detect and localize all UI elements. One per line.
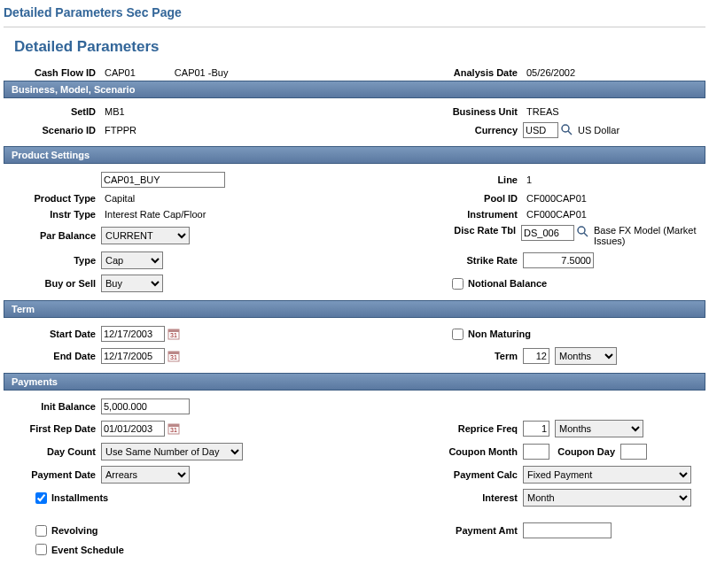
payment-calc-label: Payment Calc: [354, 469, 523, 480]
notional-balance-checkbox-wrap[interactable]: Notional Balance: [452, 278, 547, 290]
payment-calc-select[interactable]: Fixed Payment: [523, 466, 691, 484]
end-date-input[interactable]: [101, 348, 165, 364]
init-balance-input[interactable]: [101, 398, 190, 414]
first-rep-date-input[interactable]: [101, 421, 165, 437]
par-balance-select[interactable]: CURRENT: [101, 227, 190, 244]
payment-date-label: Payment Date: [4, 469, 101, 480]
event-schedule-checkbox[interactable]: [35, 544, 47, 555]
buy-sell-select[interactable]: Buy: [101, 275, 163, 292]
reprice-freq-input[interactable]: [523, 421, 549, 437]
currency-input[interactable]: [523, 122, 558, 138]
page-top-title: Detailed Parameters Sec Page: [4, 4, 705, 27]
currency-desc-value: US Dollar: [574, 125, 619, 135]
setid-value: MB1: [101, 106, 125, 117]
pool-id-label: Pool ID: [354, 193, 523, 204]
notional-balance-checkbox[interactable]: [452, 278, 464, 290]
interest-select[interactable]: Month: [523, 489, 691, 507]
coupon-day-label: Coupon Day: [549, 446, 620, 457]
svg-line-1: [568, 131, 572, 135]
disc-rate-input[interactable]: [521, 225, 574, 241]
scenario-id-value: FTPPR: [101, 125, 136, 135]
disc-rate-desc-value: Base FX Model (Market Issues): [590, 225, 705, 246]
buy-sell-label: Buy or Sell: [4, 278, 101, 289]
pool-id-value: CF000CAP01: [523, 193, 587, 204]
section-payments-title: Payments: [4, 373, 705, 391]
page-title: Detailed Parameters: [4, 35, 705, 65]
day-count-select[interactable]: Use Same Number of Day: [101, 443, 243, 460]
setid-label: SetID: [4, 106, 101, 117]
scenario-id-label: Scenario ID: [4, 125, 101, 135]
svg-text:31: 31: [170, 332, 177, 338]
start-date-input[interactable]: [101, 326, 165, 342]
installments-label: Installments: [51, 492, 108, 503]
line-label: Line: [354, 174, 523, 185]
term-unit-select[interactable]: Months: [555, 347, 617, 365]
type-select[interactable]: Cap: [101, 251, 163, 269]
line-value: 1: [523, 174, 532, 185]
business-unit-value: TREAS: [523, 106, 559, 117]
coupon-day-input[interactable]: [620, 444, 647, 460]
cash-flow-desc-value: CAP01 -Buy: [171, 67, 229, 78]
strike-rate-label: Strike Rate: [354, 255, 523, 266]
disc-rate-label: Disc Rate Tbl: [354, 225, 521, 236]
revolving-label: Revolving: [51, 525, 98, 536]
term-label: Term: [354, 351, 523, 361]
payment-date-select[interactable]: Arrears: [101, 466, 190, 484]
first-rep-date-label: First Rep Date: [4, 423, 101, 434]
analysis-date-value: 05/26/2002: [523, 67, 575, 78]
reprice-freq-unit-select[interactable]: Months: [555, 420, 643, 437]
product-code-input[interactable]: [101, 172, 225, 188]
start-date-label: Start Date: [4, 329, 101, 339]
svg-line-3: [584, 233, 588, 236]
instr-type-value: Interest Rate Cap/Floor: [101, 209, 206, 220]
svg-text:31: 31: [170, 354, 177, 360]
end-date-label: End Date: [4, 351, 101, 361]
payment-amt-label: Payment Amt: [354, 525, 523, 536]
type-label: Type: [4, 255, 101, 266]
day-count-label: Day Count: [4, 446, 101, 457]
cash-flow-id-value: CAP01: [101, 67, 136, 78]
product-type-label: Product Type: [4, 193, 101, 204]
product-type-value: Capital: [101, 193, 135, 204]
init-balance-label: Init Balance: [4, 401, 101, 412]
coupon-month-label: Coupon Month: [354, 446, 523, 457]
non-maturing-checkbox[interactable]: [452, 329, 464, 340]
currency-label: Currency: [354, 125, 523, 135]
term-value-input[interactable]: [523, 348, 549, 364]
event-schedule-label: Event Schedule: [51, 545, 124, 555]
coupon-month-input[interactable]: [523, 444, 549, 460]
calendar-icon[interactable]: 31: [167, 327, 181, 341]
analysis-date-label: Analysis Date: [354, 67, 523, 78]
calendar-icon[interactable]: 31: [167, 422, 181, 436]
revolving-checkbox-wrap[interactable]: Revolving: [35, 525, 98, 537]
svg-text:31: 31: [170, 427, 177, 433]
revolving-checkbox[interactable]: [35, 525, 47, 537]
installments-checkbox-wrap[interactable]: Installments: [35, 492, 108, 504]
instr-type-label: Instr Type: [4, 209, 101, 220]
section-term-title: Term: [4, 300, 705, 318]
installments-checkbox[interactable]: [35, 492, 47, 504]
cash-flow-id-label: Cash Flow ID: [4, 67, 101, 78]
non-maturing-label: Non Maturing: [468, 329, 531, 339]
payment-amt-input[interactable]: [523, 522, 612, 538]
notional-balance-label: Notional Balance: [468, 278, 547, 289]
calendar-icon[interactable]: 31: [167, 349, 181, 363]
business-unit-label: Business Unit: [354, 106, 523, 117]
svg-point-0: [562, 125, 569, 132]
interest-label: Interest: [354, 492, 523, 503]
svg-point-2: [578, 227, 585, 234]
strike-rate-input[interactable]: [523, 252, 594, 268]
event-schedule-checkbox-wrap[interactable]: Event Schedule: [35, 544, 124, 555]
section-bms-title: Business, Model, Scenario: [4, 81, 705, 98]
instrument-label: Instrument: [354, 209, 523, 220]
non-maturing-checkbox-wrap[interactable]: Non Maturing: [452, 329, 531, 340]
lookup-icon[interactable]: [576, 225, 590, 239]
reprice-freq-label: Reprice Freq: [354, 423, 523, 434]
par-balance-label: Par Balance: [4, 230, 101, 241]
lookup-icon[interactable]: [560, 123, 574, 137]
section-product-title: Product Settings: [4, 146, 705, 164]
instrument-value: CF000CAP01: [523, 209, 587, 220]
